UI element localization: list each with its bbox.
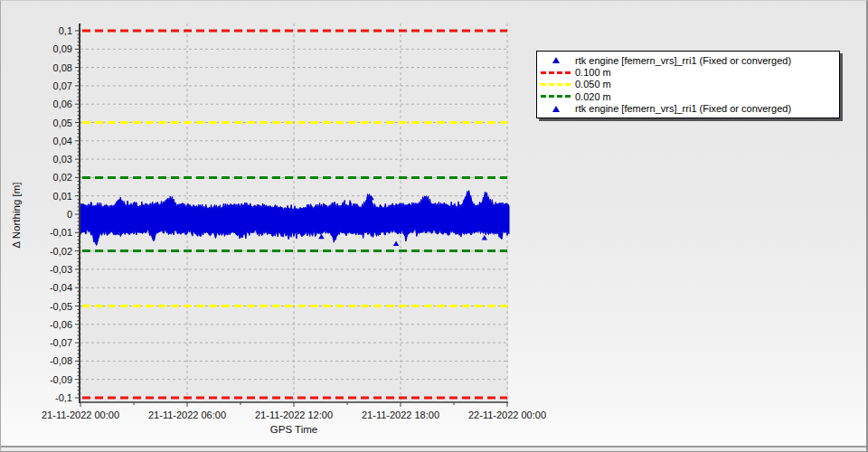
y-tick-label: -0,1 bbox=[55, 392, 72, 403]
y-tick-label: 0,06 bbox=[53, 99, 72, 109]
legend: rtk engine [femern_vrs]_rri1 (Fixed or c… bbox=[536, 51, 840, 118]
y-tick-label: 0,04 bbox=[53, 136, 72, 146]
x-tick-label: 21-11-2022 12:00 bbox=[255, 410, 333, 420]
x-axis-title: GPS Time bbox=[270, 424, 317, 435]
triangle-marker-icon bbox=[537, 106, 575, 112]
legend-entry: 0.050 m bbox=[537, 79, 839, 90]
y-tick-label: -0,05 bbox=[50, 301, 72, 312]
status-bar bbox=[1, 446, 866, 452]
legend-entry-label: 0.020 m bbox=[575, 91, 611, 102]
legend-entry: 0.100 m bbox=[537, 66, 839, 78]
y-tick-label: -0,02 bbox=[50, 246, 72, 257]
y-tick-label: 0,08 bbox=[53, 62, 72, 73]
x-tick-label: 21-11-2022 18:00 bbox=[362, 410, 439, 420]
y-tick-label: -0,09 bbox=[50, 374, 72, 385]
legend-entry: rtk engine [femern_vrs]_rri1 (Fixed or c… bbox=[537, 103, 839, 115]
y-tick-label: 0,01 bbox=[53, 191, 72, 202]
legend-entry: 0.020 m bbox=[537, 90, 839, 102]
y-tick-label: -0,06 bbox=[50, 319, 72, 330]
y-tick-label: 0,1 bbox=[59, 25, 72, 36]
x-tick-label: 22-11-2022 00:00 bbox=[468, 410, 546, 420]
dashed-line-icon bbox=[537, 95, 575, 98]
y-tick-label: -0,03 bbox=[50, 264, 72, 275]
dashed-line-icon bbox=[537, 71, 575, 74]
y-tick-label: -0,07 bbox=[50, 337, 72, 348]
legend-entry-label: 0.100 m bbox=[575, 67, 611, 78]
legend-entry: rtk engine [femern_vrs]_rri1 (Fixed or c… bbox=[537, 54, 839, 66]
legend-entry-label: rtk engine [femern_vrs]_rri1 (Fixed or c… bbox=[575, 103, 791, 114]
chart-window: Δ Northing [m] GPS Time 0,10,090,080,070… bbox=[0, 0, 868, 452]
x-tick-label: 21-11-2022 06:00 bbox=[148, 410, 226, 420]
y-axis-title: Δ Northing [m] bbox=[11, 183, 22, 249]
y-tick-label: 0,03 bbox=[53, 154, 72, 165]
legend-entry-label: rtk engine [femern_vrs]_rri1 (Fixed or c… bbox=[575, 55, 791, 66]
y-tick-label: -0,08 bbox=[50, 355, 72, 366]
y-tick-label: 0,09 bbox=[53, 43, 72, 54]
x-tick-label: 21-11-2022 00:00 bbox=[42, 410, 119, 420]
y-tick-label: -0,01 bbox=[50, 227, 72, 238]
dashed-line-icon bbox=[537, 83, 575, 86]
legend-entry-label: 0.050 m bbox=[575, 79, 611, 89]
y-tick-label: 0,02 bbox=[53, 172, 72, 183]
y-tick-label: 0 bbox=[67, 209, 72, 220]
y-tick-label: 0,07 bbox=[53, 80, 72, 91]
y-tick-label: -0,04 bbox=[50, 282, 72, 293]
y-tick-label: 0,05 bbox=[53, 118, 72, 128]
triangle-marker-icon bbox=[537, 57, 575, 63]
